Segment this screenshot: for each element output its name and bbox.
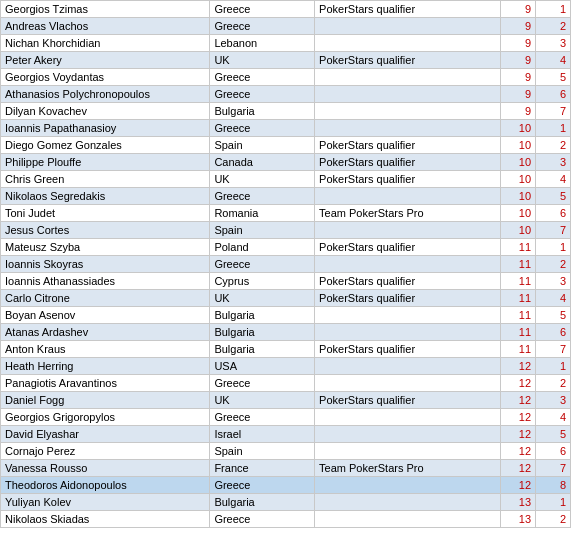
player-num2: 6	[536, 205, 571, 222]
table-row: Peter AkeryUKPokerStars qualifier94	[1, 52, 571, 69]
player-num1: 12	[501, 358, 536, 375]
player-name: Georgios Grigoropylos	[1, 409, 210, 426]
player-num1: 12	[501, 460, 536, 477]
table-row: Georgios GrigoropylosGreece124	[1, 409, 571, 426]
player-num1: 11	[501, 239, 536, 256]
table-row: Philippe PlouffeCanadaPokerStars qualifi…	[1, 154, 571, 171]
table-row: Nichan KhorchidianLebanon93	[1, 35, 571, 52]
player-country: Greece	[210, 120, 315, 137]
player-num1: 12	[501, 443, 536, 460]
player-name: Dilyan Kovachev	[1, 103, 210, 120]
player-name: Nikolaos Segredakis	[1, 188, 210, 205]
player-num2: 4	[536, 171, 571, 188]
table-row: Yuliyan KolevBulgaria131	[1, 494, 571, 511]
player-num2: 6	[536, 324, 571, 341]
player-country: Bulgaria	[210, 494, 315, 511]
player-num2: 6	[536, 443, 571, 460]
player-sponsor: PokerStars qualifier	[315, 1, 501, 18]
player-country: France	[210, 460, 315, 477]
table-row: Mateusz SzybaPolandPokerStars qualifier1…	[1, 239, 571, 256]
player-num2: 7	[536, 460, 571, 477]
player-num1: 12	[501, 409, 536, 426]
player-num1: 12	[501, 392, 536, 409]
table-row: Boyan AsenovBulgaria115	[1, 307, 571, 324]
player-num1: 10	[501, 120, 536, 137]
player-country: Bulgaria	[210, 324, 315, 341]
player-num2: 1	[536, 494, 571, 511]
player-num1: 9	[501, 35, 536, 52]
player-country: Bulgaria	[210, 103, 315, 120]
player-country: Canada	[210, 154, 315, 171]
player-sponsor	[315, 18, 501, 35]
player-sponsor	[315, 307, 501, 324]
player-num2: 2	[536, 511, 571, 528]
player-sponsor: PokerStars qualifier	[315, 392, 501, 409]
player-country: USA	[210, 358, 315, 375]
player-name: Chris Green	[1, 171, 210, 188]
player-num2: 1	[536, 120, 571, 137]
player-num2: 3	[536, 392, 571, 409]
player-sponsor: PokerStars qualifier	[315, 290, 501, 307]
player-country: Greece	[210, 511, 315, 528]
player-sponsor	[315, 256, 501, 273]
player-name: Cornajo Perez	[1, 443, 210, 460]
player-num1: 11	[501, 290, 536, 307]
table-row: Atanas ArdashevBulgaria116	[1, 324, 571, 341]
player-country: Spain	[210, 222, 315, 239]
player-num1: 9	[501, 18, 536, 35]
player-sponsor	[315, 222, 501, 239]
table-row: Heath HerringUSA121	[1, 358, 571, 375]
player-country: Romania	[210, 205, 315, 222]
player-sponsor	[315, 494, 501, 511]
table-row: Panagiotis AravantinosGreece122	[1, 375, 571, 392]
player-sponsor: PokerStars qualifier	[315, 154, 501, 171]
player-num2: 3	[536, 154, 571, 171]
player-sponsor	[315, 511, 501, 528]
player-sponsor: PokerStars qualifier	[315, 341, 501, 358]
player-num1: 11	[501, 324, 536, 341]
table-row: Theodoros AidonopoulosGreece128	[1, 477, 571, 494]
player-name: Anton Kraus	[1, 341, 210, 358]
player-name: Ioannis Athanassiades	[1, 273, 210, 290]
player-name: Daniel Fogg	[1, 392, 210, 409]
player-country: Bulgaria	[210, 307, 315, 324]
player-sponsor	[315, 409, 501, 426]
player-name: Ioannis Skoyras	[1, 256, 210, 273]
player-name: Ioannis Papathanasioy	[1, 120, 210, 137]
table-row: Nikolaos SegredakisGreece105	[1, 188, 571, 205]
player-sponsor	[315, 358, 501, 375]
player-name: Panagiotis Aravantinos	[1, 375, 210, 392]
player-num2: 4	[536, 52, 571, 69]
player-num2: 5	[536, 188, 571, 205]
player-name: Toni Judet	[1, 205, 210, 222]
player-num1: 10	[501, 222, 536, 239]
table-row: David ElyasharIsrael125	[1, 426, 571, 443]
player-num2: 7	[536, 222, 571, 239]
player-name: Peter Akery	[1, 52, 210, 69]
player-name: Heath Herring	[1, 358, 210, 375]
player-num1: 9	[501, 1, 536, 18]
player-country: UK	[210, 171, 315, 188]
player-num1: 13	[501, 511, 536, 528]
player-name: David Elyashar	[1, 426, 210, 443]
player-sponsor: PokerStars qualifier	[315, 52, 501, 69]
player-sponsor: PokerStars qualifier	[315, 137, 501, 154]
player-num2: 5	[536, 69, 571, 86]
player-num1: 11	[501, 273, 536, 290]
player-name: Boyan Asenov	[1, 307, 210, 324]
table-row: Daniel FoggUKPokerStars qualifier123	[1, 392, 571, 409]
player-num1: 9	[501, 86, 536, 103]
player-country: UK	[210, 392, 315, 409]
player-num2: 2	[536, 375, 571, 392]
player-sponsor	[315, 375, 501, 392]
table-row: Vanessa RoussoFranceTeam PokerStars Pro1…	[1, 460, 571, 477]
table-row: Athanasios PolychronopoulosGreece96	[1, 86, 571, 103]
table-row: Ioannis AthanassiadesCyprusPokerStars qu…	[1, 273, 571, 290]
table-row: Cornajo PerezSpain126	[1, 443, 571, 460]
table-row: Jesus CortesSpain107	[1, 222, 571, 239]
player-country: Greece	[210, 18, 315, 35]
player-name: Nichan Khorchidian	[1, 35, 210, 52]
player-name: Diego Gomez Gonzales	[1, 137, 210, 154]
player-num2: 1	[536, 239, 571, 256]
player-name: Mateusz Szyba	[1, 239, 210, 256]
